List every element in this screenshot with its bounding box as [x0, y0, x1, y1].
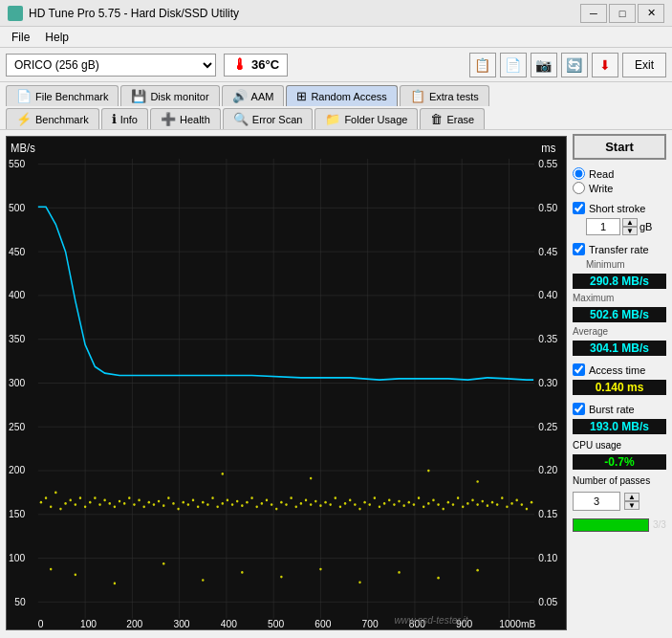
burst-rate-checkbox-label[interactable]: Burst rate	[573, 403, 666, 415]
menu-file[interactable]: File	[6, 29, 35, 46]
short-stroke-down[interactable]: ▼	[622, 227, 638, 235]
tab-info[interactable]: ℹ Info	[101, 108, 148, 129]
close-button[interactable]: ✕	[638, 4, 664, 23]
number-of-passes-label: Number of passes	[573, 475, 666, 486]
cpu-usage-label: CPU usage	[573, 440, 666, 451]
svg-point-110	[300, 502, 302, 505]
chart-container: MB/s 550 500 450 400 350 300 250 200 150…	[6, 136, 567, 630]
maximize-button[interactable]: □	[609, 4, 636, 23]
svg-text:0.20: 0.20	[538, 464, 557, 476]
main-content: MB/s 550 500 450 400 350 300 250 200 150…	[0, 130, 672, 636]
read-write-radio-group: Read Write	[573, 167, 666, 194]
cpu-usage-value: -0.7%	[573, 454, 666, 470]
tab-error-scan[interactable]: 🔍 Error Scan	[223, 108, 314, 129]
transfer-rate-checkbox-label[interactable]: Transfer rate	[573, 243, 666, 255]
svg-point-112	[310, 503, 312, 506]
tab-benchmark[interactable]: ⚡ Benchmark	[6, 108, 99, 129]
svg-point-149	[491, 501, 493, 504]
svg-point-165	[319, 568, 321, 571]
svg-point-160	[114, 583, 116, 585]
burst-rate-checkbox[interactable]	[573, 403, 585, 415]
svg-text:450: 450	[9, 245, 25, 257]
svg-point-73	[119, 500, 120, 503]
tab-aam[interactable]: 🔊 AAM	[222, 85, 285, 106]
passes-down[interactable]: ▼	[624, 501, 639, 510]
svg-point-109	[295, 505, 297, 508]
svg-point-97	[236, 500, 238, 503]
svg-point-140	[447, 501, 449, 504]
read-radio-label[interactable]: Read	[573, 167, 666, 180]
camera-icon-btn[interactable]: 📷	[531, 53, 557, 77]
tab-erase-label: Erase	[446, 114, 474, 125]
svg-point-87	[187, 503, 189, 506]
svg-point-138	[437, 503, 439, 506]
copy-icon-btn[interactable]: 📄	[500, 53, 527, 77]
tab-health[interactable]: ➕ Health	[150, 108, 221, 129]
info-icon-btn[interactable]: 📋	[469, 53, 496, 77]
svg-text:1000mB: 1000mB	[499, 617, 535, 629]
svg-text:200: 200	[126, 617, 142, 629]
tab-disk-monitor[interactable]: 💾 Disk monitor	[120, 85, 219, 106]
svg-text:0.30: 0.30	[538, 376, 557, 388]
svg-point-77	[138, 499, 140, 502]
svg-text:0.25: 0.25	[538, 420, 557, 432]
svg-text:500: 500	[9, 201, 25, 213]
transfer-rate-checkbox[interactable]	[573, 243, 585, 255]
exit-button[interactable]: Exit	[622, 53, 666, 77]
minimize-button[interactable]: ─	[580, 4, 607, 23]
svg-point-145	[471, 499, 473, 502]
tab-random-access[interactable]: ⊞ Random Access	[286, 85, 397, 106]
passes-up[interactable]: ▲	[624, 493, 639, 501]
svg-point-155	[521, 503, 523, 506]
download-icon-btn[interactable]: ⬇	[592, 53, 618, 77]
svg-point-79	[148, 501, 150, 504]
svg-point-157	[531, 501, 532, 504]
short-stroke-up[interactable]: ▲	[622, 218, 638, 227]
tab-erase[interactable]: 🗑 Erase	[420, 108, 485, 129]
svg-point-74	[123, 502, 125, 505]
thermometer-icon: 🌡	[232, 56, 248, 74]
minimum-label: Minimum	[586, 259, 666, 270]
refresh-icon-btn[interactable]: 🔄	[561, 53, 588, 77]
svg-text:0: 0	[38, 617, 44, 629]
svg-point-96	[231, 503, 233, 506]
title-bar: HD Tune Pro 5.75 - Hard Disk/SSD Utility…	[0, 0, 672, 27]
short-stroke-input[interactable]	[586, 218, 620, 235]
average-label: Average	[573, 326, 666, 337]
svg-point-105	[275, 508, 277, 511]
access-time-checkbox-label[interactable]: Access time	[573, 363, 666, 376]
folder-usage-icon: 📁	[325, 112, 340, 126]
app-icon	[8, 6, 23, 21]
svg-point-118	[339, 505, 341, 508]
passes-stepper: ▲ ▼	[624, 493, 639, 510]
tab-folder-usage[interactable]: 📁 Folder Usage	[314, 108, 418, 129]
tab-extra-tests[interactable]: 📋 Extra tests	[400, 85, 489, 106]
svg-point-156	[526, 508, 528, 511]
menu-help[interactable]: Help	[39, 29, 75, 46]
svg-text:600: 600	[314, 617, 331, 629]
svg-point-71	[109, 502, 111, 505]
write-radio[interactable]	[573, 182, 585, 194]
right-panel: Start Read Write Short stroke ▲ ▼ gB	[567, 130, 672, 636]
svg-point-172	[427, 470, 429, 473]
disk-select[interactable]: ORICO (256 gB)	[6, 54, 216, 77]
access-time-checkbox[interactable]	[573, 363, 585, 376]
svg-point-119	[344, 502, 346, 505]
read-radio[interactable]	[573, 167, 585, 180]
write-radio-label[interactable]: Write	[573, 182, 666, 194]
svg-text:250: 250	[9, 420, 25, 432]
app-title: HD Tune Pro 5.75 - Hard Disk/SSD Utility	[29, 7, 239, 20]
passes-input[interactable]	[573, 492, 620, 511]
short-stroke-checkbox-label[interactable]: Short stroke	[573, 202, 666, 214]
svg-point-101	[255, 505, 257, 508]
svg-point-57	[40, 501, 42, 504]
burst-rate-value: 193.0 MB/s	[573, 419, 666, 434]
svg-point-99	[246, 501, 248, 504]
svg-text:150: 150	[9, 508, 25, 520]
short-stroke-checkbox[interactable]	[573, 202, 585, 214]
tab-file-benchmark[interactable]: 📄 File Benchmark	[6, 85, 119, 106]
svg-point-126	[379, 505, 380, 508]
svg-point-58	[45, 496, 47, 499]
svg-text:700: 700	[362, 617, 379, 629]
start-button[interactable]: Start	[573, 134, 666, 160]
